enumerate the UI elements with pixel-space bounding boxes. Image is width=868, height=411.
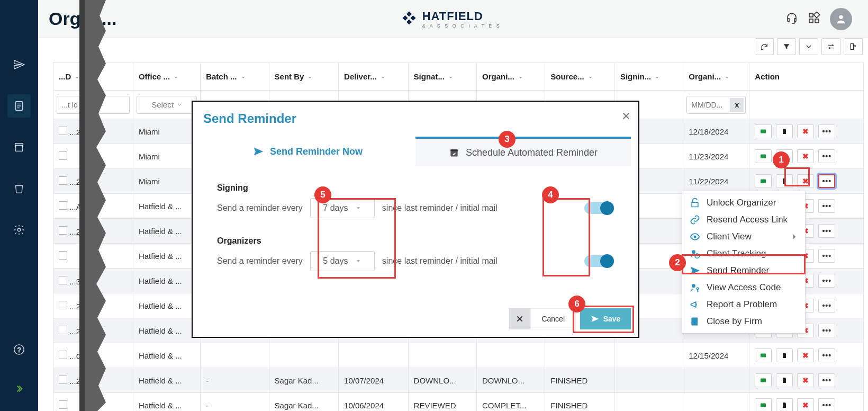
table-cell: Hatfield & ...: [133, 269, 200, 293]
table-cell: [545, 343, 615, 368]
row-checkbox[interactable]: [59, 127, 67, 135]
row-checkbox[interactable]: [59, 301, 67, 309]
export-icon[interactable]: [844, 38, 863, 55]
ctx-item-label: View Access Code: [707, 282, 781, 293]
ctx-item-book[interactable]: Close by Firm: [682, 313, 805, 330]
table-cell: Miami: [133, 144, 200, 169]
action-more-button[interactable]: •••: [818, 124, 835, 138]
cancel-x-icon[interactable]: [509, 308, 530, 329]
action-card-icon[interactable]: [755, 174, 772, 188]
column-header[interactable]: Signin...: [614, 63, 683, 91]
nav-send-icon[interactable]: [7, 53, 31, 76]
action-more-button[interactable]: •••: [818, 349, 835, 362]
row-checkbox[interactable]: [59, 351, 67, 359]
nav-trash-icon[interactable]: [7, 177, 31, 200]
nav-document-icon[interactable]: [7, 94, 31, 118]
sliders-icon[interactable]: [821, 38, 840, 55]
table-cell: Hatfield & ...: [133, 194, 200, 219]
column-header[interactable]: Batch ...: [201, 63, 269, 91]
nav-archive-icon[interactable]: [7, 136, 31, 159]
column-header[interactable]: Organi...: [683, 63, 749, 91]
row-checkbox[interactable]: [59, 201, 67, 210]
action-more-button[interactable]: •••: [818, 174, 835, 188]
ctx-item-unlock[interactable]: Unlock Organizer: [682, 194, 805, 211]
sort-icon[interactable]: [240, 75, 254, 81]
action-document-icon[interactable]: [776, 124, 793, 138]
sort-icon[interactable]: [654, 75, 667, 81]
action-document-icon[interactable]: [776, 398, 793, 411]
nav-expand-icon[interactable]: [7, 377, 31, 400]
column-label: Organi...: [482, 72, 514, 81]
chevron-down-icon[interactable]: [799, 38, 818, 55]
action-delete-icon[interactable]: ✖: [797, 398, 814, 411]
action-card-icon[interactable]: [755, 373, 772, 387]
svg-rect-18: [761, 130, 766, 133]
widgets-icon[interactable]: [808, 12, 820, 26]
ctx-item-label: Unlock Organizer: [707, 198, 776, 208]
row-checkbox[interactable]: [59, 151, 67, 160]
close-icon[interactable]: [621, 111, 631, 122]
sort-icon[interactable]: [380, 75, 393, 81]
row-checkbox[interactable]: [59, 226, 67, 235]
headset-icon[interactable]: [785, 12, 798, 26]
row-checkbox[interactable]: [59, 326, 67, 334]
action-more-button[interactable]: •••: [818, 199, 835, 213]
action-delete-icon[interactable]: ✖: [797, 124, 814, 138]
action-more-button[interactable]: •••: [818, 299, 835, 312]
column-header[interactable]: Sent By: [269, 63, 339, 91]
sort-icon[interactable]: [173, 75, 186, 81]
ctx-item-user-key[interactable]: View Access Code: [682, 279, 805, 296]
sort-icon[interactable]: [724, 75, 737, 81]
action-more-button[interactable]: •••: [818, 324, 835, 337]
sort-icon[interactable]: [307, 75, 320, 81]
action-delete-icon[interactable]: ✖: [797, 149, 814, 163]
table-cell: Hatfield & ...: [133, 343, 200, 368]
sort-icon[interactable]: [518, 75, 531, 81]
column-label: Organi...: [689, 72, 721, 81]
nav-settings-icon[interactable]: [7, 218, 31, 242]
row-checkbox[interactable]: [59, 176, 67, 185]
action-card-icon[interactable]: [755, 149, 772, 163]
row-checkbox[interactable]: [59, 251, 67, 260]
action-more-button[interactable]: •••: [818, 274, 835, 288]
column-header[interactable]: Source...: [545, 63, 615, 91]
action-more-button[interactable]: •••: [818, 249, 835, 263]
column-header[interactable]: Deliver...: [339, 63, 409, 91]
action-more-button[interactable]: •••: [818, 224, 835, 238]
action-delete-icon[interactable]: ✖: [797, 373, 814, 387]
action-card-icon[interactable]: [755, 349, 772, 362]
filter-icon[interactable]: [777, 38, 796, 55]
sort-icon[interactable]: [448, 75, 461, 81]
column-header[interactable]: Organi...: [476, 63, 545, 91]
filter-date-clear[interactable]: x: [730, 98, 744, 112]
row-checkbox[interactable]: [59, 276, 67, 284]
tab-send-now[interactable]: Send Reminder Now: [200, 137, 415, 166]
action-document-icon[interactable]: [776, 373, 793, 387]
ctx-item-eye[interactable]: Client View: [682, 228, 805, 245]
avatar[interactable]: [830, 8, 852, 30]
svg-point-35: [692, 284, 695, 288]
column-header[interactable]: Action: [749, 63, 864, 91]
action-card-icon[interactable]: [755, 398, 772, 411]
ctx-item-megaphone[interactable]: Report a Problem: [682, 296, 805, 313]
table-cell: [339, 343, 409, 368]
column-header[interactable]: Signat...: [408, 63, 476, 91]
filter-office-select[interactable]: Select: [137, 96, 197, 114]
action-document-icon[interactable]: [776, 349, 793, 362]
action-card-icon[interactable]: [755, 124, 772, 138]
row-checkbox[interactable]: [59, 400, 67, 409]
tab-schedule[interactable]: Schedule Automated Reminder: [415, 137, 631, 166]
table-row: ...CH ...Hatfield & ...12/15/2024 ✖ •••: [53, 343, 864, 368]
action-more-button[interactable]: •••: [818, 149, 835, 163]
action-more-button[interactable]: •••: [818, 398, 835, 411]
ctx-item-link[interactable]: Resend Access Link: [682, 211, 805, 228]
row-checkbox[interactable]: [59, 376, 67, 384]
action-more-button[interactable]: •••: [818, 373, 835, 387]
action-delete-icon[interactable]: ✖: [797, 349, 814, 362]
cancel-button[interactable]: Cancel: [530, 308, 576, 329]
sort-icon[interactable]: [587, 75, 601, 81]
refresh-icon[interactable]: [755, 38, 774, 55]
column-header[interactable]: Office ...: [133, 63, 200, 91]
svg-point-16: [831, 44, 833, 46]
nav-help-icon[interactable]: ?: [7, 338, 31, 361]
